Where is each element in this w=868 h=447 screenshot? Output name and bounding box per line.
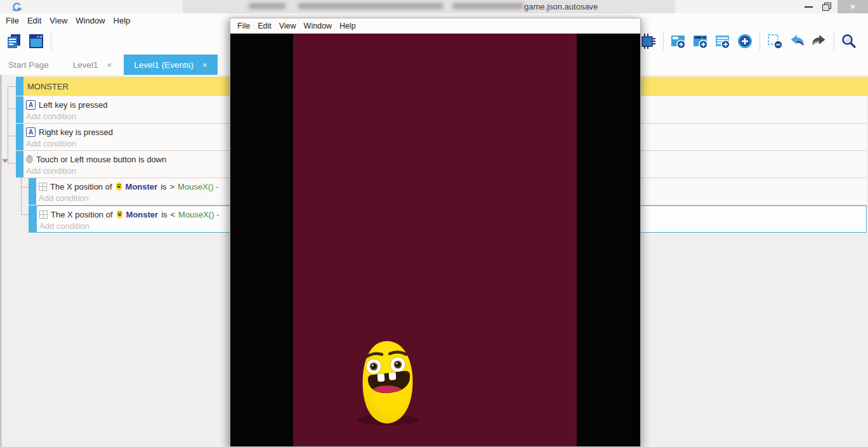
- redacted-title-area: game.json.autosave: [183, 0, 675, 13]
- toolbar-separator: [663, 32, 664, 51]
- position-icon: [39, 183, 47, 191]
- tree-line: [8, 86, 16, 87]
- collapse-arrow-icon[interactable]: [2, 159, 8, 163]
- monster-object-icon: [115, 182, 122, 191]
- object-name[interactable]: Monster: [126, 182, 158, 191]
- tab-level1[interactable]: Level1 ×: [65, 55, 120, 75]
- minimize-button[interactable]: [805, 6, 813, 8]
- menu-file[interactable]: File: [6, 16, 19, 25]
- add-other-event-button[interactable]: [735, 31, 755, 51]
- menu-help[interactable]: Help: [114, 16, 131, 25]
- event-handle[interactable]: [16, 124, 23, 150]
- window-title: game.json.autosave: [524, 2, 598, 11]
- comment-text: MONSTER: [27, 82, 69, 91]
- tree-line: [8, 86, 8, 163]
- add-comment-button[interactable]: [713, 31, 733, 51]
- add-sub-event-icon: [692, 33, 709, 49]
- keyboard-key-icon: A: [26, 100, 36, 110]
- tree-line: [8, 108, 16, 109]
- condition-text[interactable]: Left key is pressed: [39, 100, 107, 110]
- sub-event-handle[interactable]: [29, 178, 36, 205]
- project-manager-icon: [6, 33, 22, 49]
- undo-button[interactable]: [787, 31, 807, 51]
- toolbar-separator: [51, 32, 51, 51]
- gdevelop-app-window: game.json.autosave × File Edit View Wind…: [0, 0, 868, 447]
- event-handle[interactable]: [16, 151, 23, 178]
- tree-line: [21, 214, 29, 215]
- redo-icon: [811, 33, 827, 49]
- sub-event-handle[interactable]: [29, 205, 36, 233]
- game-canvas[interactable]: [230, 34, 640, 446]
- title-bar: game.json.autosave ×: [0, 0, 868, 13]
- game-preview-window: File Edit View Window Help: [230, 18, 641, 447]
- undo-icon: [789, 33, 805, 49]
- project-manager-button[interactable]: [4, 31, 24, 51]
- tab-start-page[interactable]: Start Page: [0, 55, 57, 75]
- redacted-text-blob: [298, 3, 443, 9]
- extensions-button[interactable]: [638, 31, 659, 51]
- preview-menu-edit[interactable]: Edit: [258, 22, 272, 30]
- operator[interactable]: >: [170, 182, 175, 191]
- toolbar-separator: [760, 32, 760, 51]
- condition-text: is: [161, 182, 166, 191]
- tree-line: [21, 187, 29, 188]
- search-icon: [841, 33, 857, 49]
- close-button[interactable]: ×: [838, 0, 868, 13]
- game-stage[interactable]: [293, 34, 577, 446]
- menu-edit[interactable]: Edit: [27, 16, 41, 25]
- preview-menu-window[interactable]: Window: [304, 22, 332, 30]
- menu-window[interactable]: Window: [76, 16, 105, 25]
- keyboard-key-icon: A: [26, 127, 36, 137]
- condition-text[interactable]: The X position of: [51, 210, 113, 219]
- preview-menu-view[interactable]: View: [279, 22, 296, 30]
- position-icon: [39, 211, 48, 219]
- extensions-chip-icon: [640, 33, 657, 49]
- add-comment-icon: [714, 33, 731, 49]
- tab-close-icon[interactable]: ×: [202, 60, 207, 70]
- object-name[interactable]: Monster: [126, 210, 159, 219]
- condition-text[interactable]: Touch or Left mouse button is down: [36, 155, 166, 164]
- add-other-event-icon: [737, 33, 753, 49]
- add-sub-event-button[interactable]: [690, 31, 711, 51]
- delete-event-icon: [766, 33, 783, 49]
- condition-text[interactable]: The X position of: [50, 182, 112, 191]
- panel-left-border: [1, 75, 1, 447]
- preview-menu-file[interactable]: File: [237, 22, 250, 30]
- delete-event-button[interactable]: [765, 31, 785, 51]
- preview-menu-help[interactable]: Help: [339, 22, 356, 30]
- monster-character: [355, 338, 426, 433]
- scene-window-button[interactable]: [26, 31, 46, 51]
- toolbar-separator: [834, 32, 834, 51]
- operator[interactable]: <: [171, 210, 176, 219]
- tab-close-icon[interactable]: ×: [107, 60, 112, 70]
- redacted-text-blob: [452, 3, 523, 9]
- condition-text: is: [161, 210, 167, 219]
- tree-line: [8, 163, 16, 164]
- redo-button[interactable]: [809, 31, 829, 51]
- event-handle[interactable]: [16, 96, 23, 123]
- expression[interactable]: MouseX() -: [178, 182, 218, 191]
- tree-line: [8, 136, 16, 136]
- close-icon: ×: [850, 2, 855, 11]
- tab-level1-events[interactable]: Level1 (Events) ×: [124, 55, 217, 75]
- monster-object-icon: [116, 210, 123, 219]
- preview-menu-bar: File Edit View Window Help: [230, 18, 640, 34]
- condition-text[interactable]: Right key is pressed: [39, 127, 113, 137]
- scene-window-icon: [28, 33, 44, 49]
- redacted-text-blob: [249, 3, 286, 9]
- event-handle[interactable]: [16, 77, 23, 96]
- restore-button[interactable]: [822, 3, 832, 11]
- gdevelop-logo-icon: [11, 2, 23, 11]
- search-button[interactable]: [839, 31, 859, 51]
- add-event-button[interactable]: [668, 31, 688, 51]
- expression[interactable]: MouseX() -: [178, 210, 219, 219]
- add-event-icon: [670, 33, 687, 49]
- mouse-icon: [26, 155, 33, 164]
- menu-view[interactable]: View: [49, 16, 67, 25]
